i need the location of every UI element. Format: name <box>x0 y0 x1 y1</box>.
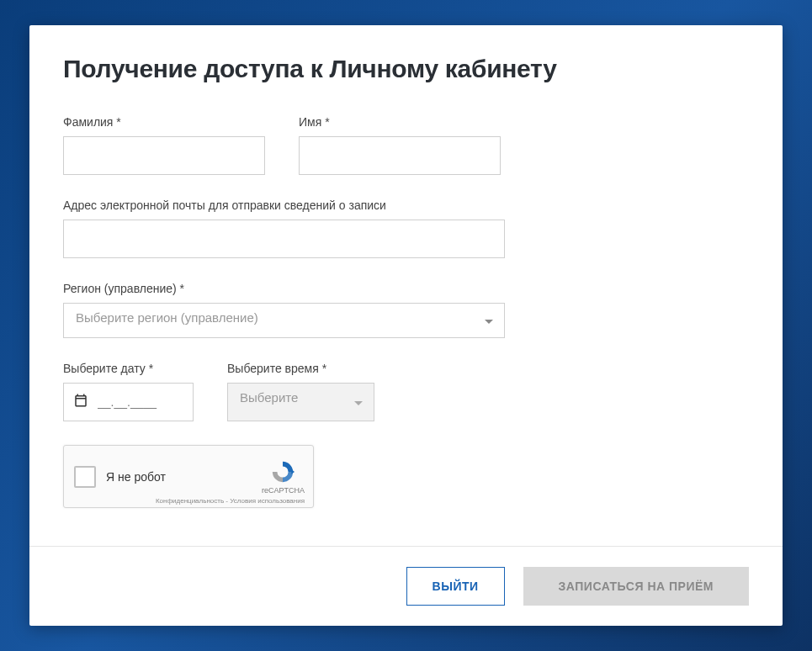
modal-footer: ВЫЙТИ ЗАПИСАТЬСЯ НА ПРИЁМ <box>29 546 783 626</box>
recaptcha-checkbox[interactable] <box>74 466 96 488</box>
time-group: Выберите время * Выберите <box>227 362 374 421</box>
modal-body: Получение доступа к Личному кабинету Фам… <box>29 25 783 546</box>
name-row: Фамилия * Имя * <box>63 115 749 175</box>
date-group: Выберите дату * <box>63 362 194 421</box>
time-select[interactable]: Выберите <box>227 383 374 421</box>
email-input[interactable] <box>63 220 505 258</box>
recaptcha-brand-text: reCAPTCHA <box>262 486 305 495</box>
recaptcha-label: Я не робот <box>106 470 262 484</box>
recaptcha-terms: Конфиденциальность - Условия использован… <box>156 497 305 505</box>
lastname-group: Фамилия * <box>63 115 265 175</box>
region-label: Регион (управление) * <box>63 282 505 295</box>
firstname-group: Имя * <box>299 115 501 175</box>
time-select-wrap: Выберите <box>227 383 374 421</box>
region-select[interactable]: Выберите регион (управление) <box>63 303 505 338</box>
region-group: Регион (управление) * Выберите регион (у… <box>63 282 505 338</box>
cancel-button[interactable]: ВЫЙТИ <box>406 567 505 606</box>
firstname-input[interactable] <box>299 136 501 175</box>
recaptcha-widget: Я не робот reCAPTCHA Конфиденциальность … <box>63 445 314 508</box>
region-row: Регион (управление) * Выберите регион (у… <box>63 282 749 338</box>
modal-title: Получение доступа к Личному кабинету <box>63 55 749 83</box>
recaptcha-branding: reCAPTCHA <box>262 459 305 495</box>
submit-button[interactable]: ЗАПИСАТЬСЯ НА ПРИЁМ <box>523 567 749 606</box>
date-input[interactable] <box>63 383 194 421</box>
email-row: Адрес электронной почты для отправки све… <box>63 198 749 258</box>
access-request-modal: Получение доступа к Личному кабинету Фам… <box>29 25 783 626</box>
date-label: Выберите дату * <box>63 362 194 375</box>
svg-marker-0 <box>292 469 295 474</box>
datetime-row: Выберите дату * Выберите время * Выберит… <box>63 362 749 421</box>
email-label: Адрес электронной почты для отправки све… <box>63 198 505 212</box>
firstname-label: Имя * <box>299 115 501 129</box>
lastname-label: Фамилия * <box>63 115 265 129</box>
recaptcha-logo-icon <box>270 459 295 484</box>
time-label: Выберите время * <box>227 362 374 375</box>
region-select-wrap: Выберите регион (управление) <box>63 303 505 338</box>
lastname-input[interactable] <box>63 136 265 175</box>
email-group: Адрес электронной почты для отправки све… <box>63 198 505 258</box>
date-input-wrap <box>63 383 194 421</box>
